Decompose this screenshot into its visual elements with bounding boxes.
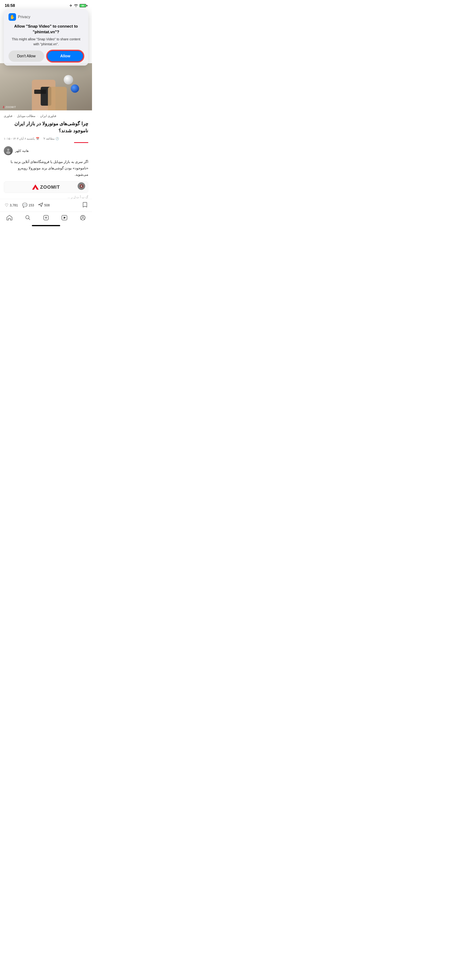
bottom-nav [0, 212, 92, 223]
zoomit-watermark: Z ZOOMIT [3, 106, 16, 108]
hand2-shape [48, 87, 67, 110]
dialog-body: This might allow "Snap Video" to share c… [8, 37, 83, 47]
article-fade-text: گ ب آ ت ل ر ... [4, 195, 88, 199]
red-divider [74, 142, 88, 143]
status-icons: ✈ 69 [69, 3, 87, 8]
likes-count: 3,781 [10, 203, 18, 207]
dont-allow-button[interactable]: Don't Allow [8, 51, 44, 62]
dialog-title: Allow "Snap Video" to connect to "phimta… [8, 24, 83, 35]
watch-strap [34, 90, 46, 94]
svg-point-0 [7, 149, 10, 151]
breadcrumb-item1[interactable]: فناوری ایران [40, 114, 56, 118]
privacy-icon: ✋ [8, 13, 16, 21]
dialog-buttons: Don't Allow Allow [8, 51, 83, 62]
article-meta: 🕐 مطالعه ۳' 📅 یکشنبه ۶ آبان ۱۴۰۳ - ۱۰:۱۵ [4, 137, 88, 140]
share-icon [38, 203, 43, 208]
mute-button[interactable]: 🔇 [78, 182, 85, 190]
allow-button[interactable]: Allow [47, 51, 83, 62]
home-indicator [32, 225, 60, 226]
article-body: اگر سری به بازار موبایل یا فروشگاه‌های آ… [4, 159, 88, 178]
nav-reels[interactable] [59, 214, 70, 221]
svg-point-7 [82, 216, 84, 218]
video-area: Z ZOOMIT [0, 63, 92, 110]
read-time-value: مطالعه ۳' [43, 137, 54, 140]
svg-point-3 [26, 216, 29, 219]
heart-icon: ♡ [5, 203, 8, 208]
breadcrumb-item2[interactable]: مطالب موبایل [17, 114, 36, 118]
article-title: چرا گوشی‌های موتورولا در بازار ایران نام… [4, 120, 88, 134]
zoomit-logo: ZOOMIT [32, 185, 60, 190]
status-bar: 16:58 ✈ 69 [0, 0, 92, 10]
dialog-header: ✋ Privacy [8, 13, 83, 21]
battery-tip [86, 5, 87, 6]
nav-profile[interactable] [77, 214, 88, 221]
bookmark-icon[interactable] [83, 202, 87, 209]
article-breadcrumb: فناوری ایران · مطالب موبایل · فناوری [4, 114, 88, 118]
zoomit-logo-section: ZOOMIT 🔇 [4, 181, 88, 193]
nav-add[interactable] [41, 214, 51, 221]
author-row: هانیه کلهر [4, 146, 88, 155]
shares-count: 508 [44, 203, 49, 207]
breadcrumb-item3[interactable]: فناوری [4, 114, 12, 118]
clock-icon: 🕐 [56, 137, 59, 140]
marble-silver [64, 75, 73, 84]
comments-count: 153 [29, 203, 34, 207]
marble-blue [71, 84, 79, 93]
status-time: 16:58 [5, 3, 15, 8]
wifi-icon [74, 4, 78, 8]
privacy-label: Privacy [18, 15, 30, 19]
date-meta: 📅 یکشنبه ۶ آبان ۱۴۰۳ - ۱۰:۱۵ [4, 137, 40, 140]
calendar-icon: 📅 [36, 137, 40, 140]
battery-icon: 69 [80, 4, 87, 7]
author-name[interactable]: هانیه کلهر [15, 149, 29, 153]
engagement-left: ♡ 3,781 💬 153 508 [5, 203, 50, 208]
svg-point-1 [6, 151, 10, 154]
battery-percent: 69 [81, 5, 84, 7]
read-time-meta: 🕐 مطالعه ۳' [43, 137, 59, 140]
author-avatar [4, 146, 13, 155]
engagement-bar: ♡ 3,781 💬 153 508 [0, 199, 92, 212]
nav-search[interactable] [22, 214, 33, 221]
date-value: یکشنبه ۶ آبان ۱۴۰۳ - ۱۰:۱۵ [4, 137, 35, 140]
likes-item[interactable]: ♡ 3,781 [5, 203, 18, 208]
svg-marker-2 [32, 185, 39, 189]
shares-item[interactable]: 508 [38, 203, 49, 208]
comment-icon: 💬 [22, 203, 27, 208]
zoomit-logo-text: ZOOMIT [40, 185, 60, 190]
airplane-icon: ✈ [69, 3, 72, 8]
nav-home[interactable] [4, 214, 15, 221]
privacy-dialog: ✋ Privacy Allow "Snap Video" to connect … [4, 10, 88, 65]
comments-item[interactable]: 💬 153 [22, 203, 34, 208]
article-content: فناوری ایران · مطالب موبایل · فناوری چرا… [0, 110, 92, 199]
